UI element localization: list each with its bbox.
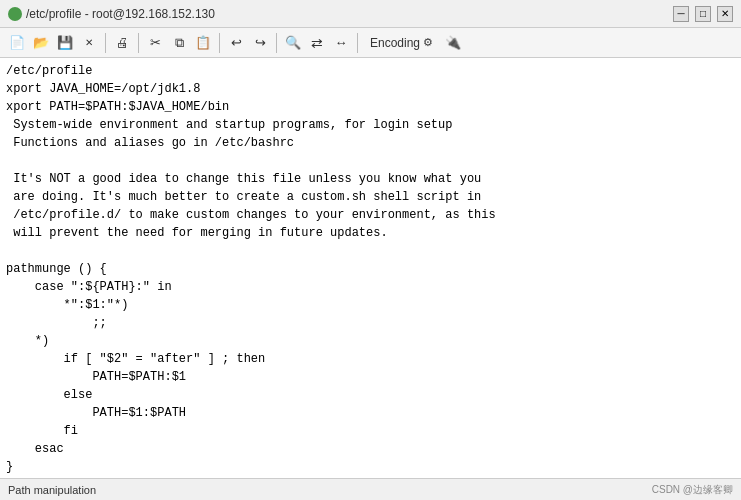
status-bar: Path manipulation CSDN @边缘客卿 <box>0 478 741 500</box>
separator-2 <box>138 33 139 53</box>
toolbar: 📄 📂 💾 ✕ 🖨 ✂ ⧉ 📋 ↩ ↪ 🔍 ⇄ ↔ Encoding ⚙ <box>0 28 741 58</box>
window-title: /etc/profile - root@192.168.152.130 <box>26 7 215 21</box>
open-file-button[interactable]: 📂 <box>30 32 52 54</box>
title-bar-left: /etc/profile - root@192.168.152.130 <box>8 7 215 21</box>
separator-1 <box>105 33 106 53</box>
code-line: *":$1:"*) <box>6 296 735 314</box>
code-line: fi <box>6 422 735 440</box>
code-line <box>6 152 735 170</box>
code-line: PATH=$PATH:$1 <box>6 368 735 386</box>
watermark: CSDN @边缘客卿 <box>652 483 733 497</box>
save-file-icon: 💾 <box>57 36 73 49</box>
code-line <box>6 242 735 260</box>
search-icon: 🔍 <box>285 36 301 49</box>
close-file-icon: ✕ <box>85 38 93 48</box>
undo-icon: ↩ <box>231 36 242 49</box>
code-line: will prevent the need for merging in fut… <box>6 224 735 242</box>
plugin-button[interactable]: 🔌 <box>442 32 464 54</box>
new-file-button[interactable]: 📄 <box>6 32 28 54</box>
paste-icon: 📋 <box>195 36 211 49</box>
separator-5 <box>357 33 358 53</box>
goto-line-button[interactable]: ↔ <box>330 32 352 54</box>
status-path: Path manipulation <box>8 484 96 496</box>
redo-icon: ↪ <box>255 36 266 49</box>
close-button[interactable]: ✕ <box>717 6 733 22</box>
code-line: Functions and aliases go in /etc/bashrc <box>6 134 735 152</box>
plugin-icon: 🔌 <box>445 36 461 49</box>
maximize-button[interactable]: □ <box>695 6 711 22</box>
paste-button[interactable]: 📋 <box>192 32 214 54</box>
code-line: /etc/profile <box>6 62 735 80</box>
code-line: /etc/profile.d/ to make custom changes t… <box>6 206 735 224</box>
window-controls[interactable]: ─ □ ✕ <box>673 6 733 22</box>
copy-icon: ⧉ <box>175 36 184 49</box>
status-right: CSDN @边缘客卿 <box>652 483 733 497</box>
code-line: pathmunge () { <box>6 260 735 278</box>
separator-3 <box>219 33 220 53</box>
code-line: *) <box>6 332 735 350</box>
code-line: if [ "$2" = "after" ] ; then <box>6 350 735 368</box>
cut-button[interactable]: ✂ <box>144 32 166 54</box>
editor-area[interactable]: /etc/profilexport JAVA_HOME=/opt/jdk1.8x… <box>0 58 741 478</box>
close-file-button[interactable]: ✕ <box>78 32 100 54</box>
print-button[interactable]: 🖨 <box>111 32 133 54</box>
code-line: It's NOT a good idea to change this file… <box>6 170 735 188</box>
code-line: else <box>6 386 735 404</box>
encoding-label: Encoding <box>370 36 420 50</box>
code-line: esac <box>6 440 735 458</box>
encoding-gear-icon: ⚙ <box>423 36 433 49</box>
code-line: PATH=$1:$PATH <box>6 404 735 422</box>
code-line: are doing. It's much better to create a … <box>6 188 735 206</box>
code-line: case ":${PATH}:" in <box>6 278 735 296</box>
replace-icon: ⇄ <box>311 36 323 50</box>
replace-button[interactable]: ⇄ <box>306 32 328 54</box>
goto-line-icon: ↔ <box>335 36 348 49</box>
find-button[interactable]: 🔍 <box>282 32 304 54</box>
code-line: xport PATH=$PATH:$JAVA_HOME/bin <box>6 98 735 116</box>
separator-4 <box>276 33 277 53</box>
print-icon: 🖨 <box>116 36 129 49</box>
code-line: } <box>6 458 735 476</box>
minimize-button[interactable]: ─ <box>673 6 689 22</box>
title-bar: /etc/profile - root@192.168.152.130 ─ □ … <box>0 0 741 28</box>
open-file-icon: 📂 <box>33 36 49 49</box>
app-icon <box>8 7 22 21</box>
undo-button[interactable]: ↩ <box>225 32 247 54</box>
code-line: System-wide environment and startup prog… <box>6 116 735 134</box>
cut-icon: ✂ <box>150 36 161 49</box>
save-file-button[interactable]: 💾 <box>54 32 76 54</box>
encoding-button[interactable]: Encoding ⚙ <box>363 32 440 54</box>
code-line: ;; <box>6 314 735 332</box>
new-file-icon: 📄 <box>9 36 25 49</box>
copy-button[interactable]: ⧉ <box>168 32 190 54</box>
code-line: xport JAVA_HOME=/opt/jdk1.8 <box>6 80 735 98</box>
redo-button[interactable]: ↪ <box>249 32 271 54</box>
